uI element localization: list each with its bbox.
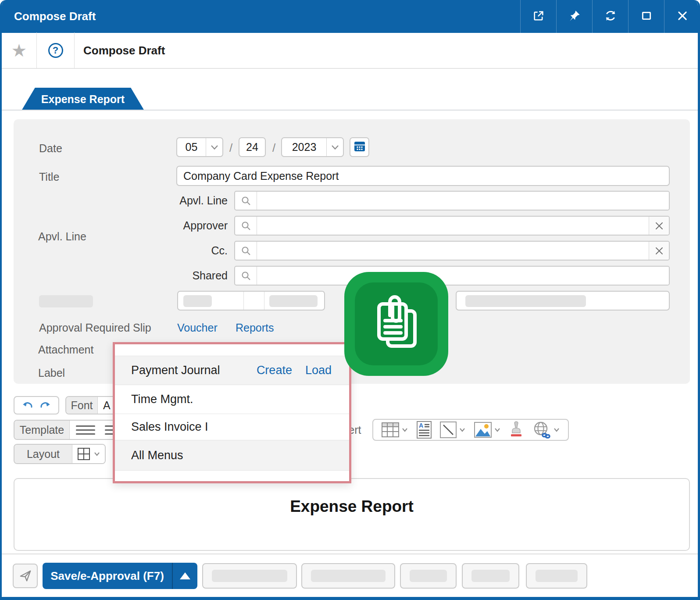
date-day-input[interactable]: 24: [239, 137, 266, 157]
refresh-icon: [604, 10, 617, 24]
clear-icon: [654, 221, 664, 231]
svg-text:A: A: [419, 422, 423, 429]
search-icon: [235, 217, 257, 235]
footer-placeholder-button: [526, 563, 587, 589]
attachment-badge: [344, 272, 448, 376]
date-day-value: 24: [246, 141, 258, 154]
insert-line-button[interactable]: [440, 421, 465, 438]
menu-item-label: Payment Journal: [131, 364, 220, 377]
search-icon: [235, 267, 257, 285]
star-icon: ★: [11, 42, 27, 59]
approver-row-label: Approver: [136, 219, 228, 232]
search-icon: [235, 192, 257, 210]
calendar-icon: [354, 141, 365, 154]
globe-link-icon: [532, 421, 551, 439]
triangle-up-icon: [180, 572, 190, 579]
title-input[interactable]: Company Card Expense Report: [176, 166, 670, 186]
close-button[interactable]: [664, 0, 700, 33]
refresh-button[interactable]: [592, 0, 628, 33]
insert-tools-group: A: [372, 419, 569, 441]
insert-image-button[interactable]: [474, 422, 500, 438]
shared-row-label: Shared: [136, 269, 228, 282]
insert-table-button[interactable]: [382, 422, 408, 437]
maximize-icon: [641, 10, 652, 23]
disabled-date-field: [177, 291, 325, 311]
template-button[interactable]: Template: [14, 421, 70, 439]
date-month-value: 05: [177, 138, 206, 156]
disabled-field-label-placeholder: [39, 295, 93, 307]
open-new-window-button[interactable]: [520, 0, 556, 33]
calendar-picker-button[interactable]: [350, 137, 369, 157]
document-editor-area[interactable]: Expense Report: [14, 478, 690, 551]
disabled-text-field: [456, 291, 670, 311]
attached-notes-icon: [368, 294, 425, 354]
footer-placeholder-button: [462, 563, 519, 589]
undo-button[interactable]: [22, 401, 33, 410]
payment-journal-create-link[interactable]: Create: [257, 364, 292, 377]
chevron-down-icon: [326, 138, 343, 156]
text-document-icon: A: [417, 421, 432, 439]
insert-hyperlink-button[interactable]: [532, 421, 560, 439]
slip-menu-dropdown: Payment Journal Create Load Time Mgmt. S…: [113, 342, 351, 483]
footer-placeholder-button: [202, 563, 297, 589]
shared-search-input[interactable]: [234, 266, 670, 286]
tab-expense-report[interactable]: Expense Report: [21, 88, 144, 111]
clear-cc-button[interactable]: [649, 242, 669, 260]
clear-approver-button[interactable]: [649, 217, 669, 235]
tab-label: Expense Report: [41, 93, 125, 106]
line-icon: [440, 421, 457, 438]
cc-search-input[interactable]: [234, 241, 670, 261]
chevron-down-icon: [206, 138, 222, 156]
approver-search-input[interactable]: [234, 216, 670, 236]
apvl-line-search-input[interactable]: [234, 191, 670, 211]
attachment-badge-inner: [355, 282, 438, 365]
redo-icon: [40, 401, 50, 410]
insert-text-button[interactable]: A: [417, 421, 432, 439]
clear-icon: [654, 246, 664, 256]
menu-item-all-menus[interactable]: All Menus: [115, 440, 349, 471]
pin-button[interactable]: [556, 0, 592, 33]
apvl-line-row-label: Apvl. Line: [136, 194, 228, 207]
voucher-link[interactable]: Voucher: [177, 321, 218, 334]
layout-grid-select[interactable]: [72, 445, 105, 463]
page-header: ★ ? Compose Draft: [2, 33, 698, 69]
help-button[interactable]: ?: [37, 32, 75, 68]
chevron-down-icon: [402, 428, 408, 432]
redo-button[interactable]: [40, 401, 50, 410]
chevron-down-icon: [94, 452, 100, 456]
image-icon: [474, 422, 492, 438]
menu-item-label: All Menus: [131, 449, 183, 462]
menu-item-time-mgmt[interactable]: Time Mgmt.: [115, 385, 349, 414]
stamp-icon: [509, 421, 524, 439]
date-year-select[interactable]: 2023: [281, 137, 344, 157]
date-year-value: 2023: [282, 138, 326, 156]
grid-layout-icon: [77, 447, 90, 461]
send-button[interactable]: [13, 564, 38, 588]
date-separator: /: [229, 141, 232, 155]
menu-item-label: Time Mgmt.: [131, 393, 193, 406]
date-month-select[interactable]: 05: [176, 137, 223, 157]
payment-journal-load-link[interactable]: Load: [305, 364, 332, 377]
page-title: Compose Draft: [83, 44, 165, 57]
reports-link[interactable]: Reports: [236, 321, 274, 334]
favorite-button[interactable]: ★: [2, 32, 37, 68]
footer-divider: [2, 554, 698, 554]
apvl-line-group-label: Apvl. Line: [38, 230, 86, 243]
save-e-approval-button[interactable]: Save/e-Approval (F7): [43, 563, 197, 589]
save-options-toggle[interactable]: [173, 563, 197, 589]
insert-stamp-button[interactable]: [509, 421, 524, 439]
date-separator-2: /: [272, 141, 275, 155]
maximize-button[interactable]: [628, 0, 664, 33]
cc-row-label: Cc.: [136, 244, 228, 257]
window-controls: [520, 0, 700, 33]
title-bar: Compose Draft: [0, 0, 700, 33]
paper-plane-icon: [19, 569, 32, 582]
menu-item-payment-journal[interactable]: Payment Journal Create Load: [115, 356, 349, 385]
label-row-label: Label: [38, 367, 65, 379]
layout-button[interactable]: Layout: [14, 445, 72, 463]
approval-required-slip-label: Approval Required Slip: [39, 321, 151, 334]
menu-item-sales-invoice[interactable]: Sales Invoice I: [115, 414, 349, 440]
chevron-down-icon: [554, 428, 560, 432]
align-lines-icon[interactable]: [76, 423, 95, 437]
help-icon: ?: [48, 43, 63, 58]
